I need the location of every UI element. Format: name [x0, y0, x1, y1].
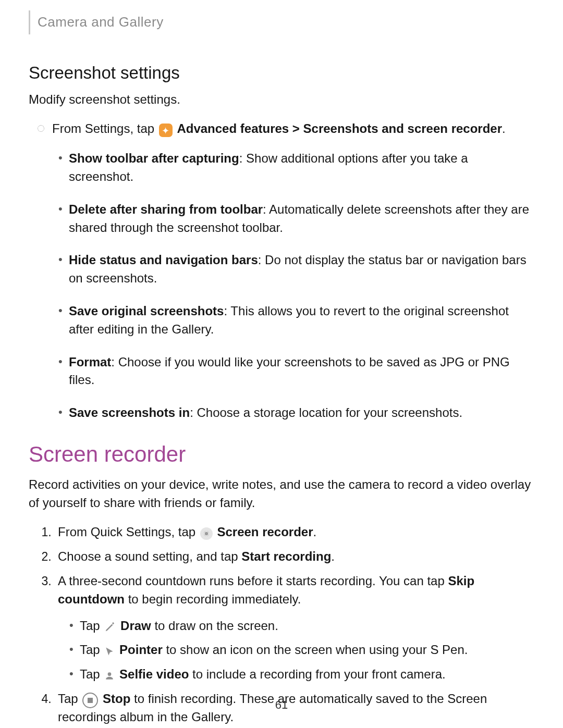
step-text: From Settings, tap — [52, 121, 154, 135]
screen-recorder-lead: Record activities on your device, write … — [29, 476, 534, 512]
step-suffix: . — [502, 121, 506, 135]
screen-recorder-icon — [200, 527, 213, 540]
step-2: Choose a sound setting, and tap Start re… — [55, 548, 534, 566]
page-number: 61 — [0, 697, 563, 713]
step2-prefix: Choose a sound setting, and tap — [58, 549, 241, 563]
step1-prefix: From Quick Settings, tap — [58, 525, 195, 539]
option-show-toolbar: Show toolbar after capturing: Show addit… — [69, 150, 534, 186]
screen-recorder-heading: Screen recorder — [29, 439, 534, 471]
option-format: Format: Choose if you would like your sc… — [69, 353, 534, 390]
substep-label: Selfie video — [119, 667, 189, 681]
step2-bold: Start recording — [241, 549, 331, 563]
substep-pointer: Tap Pointer to show an icon on the scree… — [80, 641, 534, 659]
substep-pre: Tap — [80, 643, 103, 657]
draw-icon — [104, 621, 116, 633]
substep-post: to show an icon on the screen when using… — [163, 643, 468, 657]
screenshot-settings-lead: Modify screenshot settings. — [29, 91, 534, 109]
substep-label: Pointer — [119, 643, 163, 657]
option-label: Hide status and navigation bars — [69, 253, 258, 267]
option-desc: : Choose if you would like your screensh… — [69, 355, 510, 387]
substep-draw: Tap Draw to draw on the screen. — [80, 617, 534, 635]
step2-suffix: . — [331, 549, 335, 563]
option-save-location: Save screenshots in: Choose a storage lo… — [69, 404, 534, 422]
option-desc: : Choose a storage location for your scr… — [190, 405, 462, 419]
option-delete-after-sharing: Delete after sharing from toolbar: Autom… — [69, 201, 534, 237]
from-settings-step: From Settings, tap Advanced features > S… — [52, 120, 534, 422]
substep-pre: Tap — [80, 619, 103, 633]
option-label: Show toolbar after capturing — [69, 151, 239, 165]
step3-suffix: to begin recording immediately. — [125, 592, 301, 606]
advanced-features-icon — [159, 124, 173, 137]
pointer-icon — [104, 646, 115, 657]
step-3: A three-second countdown runs before it … — [55, 572, 534, 684]
option-label: Save original screenshots — [69, 304, 224, 318]
option-label: Format — [69, 355, 111, 369]
substep-label: Draw — [120, 619, 151, 633]
step-bold: Advanced features > Screenshots and scre… — [177, 121, 502, 135]
selfie-video-icon — [104, 670, 115, 682]
substep-post: to include a recording from your front c… — [189, 667, 445, 681]
step-1: From Quick Settings, tap Screen recorder… — [55, 523, 534, 541]
breadcrumb: Camera and Gallery — [29, 10, 534, 34]
substep-pre: Tap — [80, 667, 103, 681]
option-save-original: Save original screenshots: This allows y… — [69, 302, 534, 339]
step1-bold: Screen recorder — [217, 525, 313, 539]
step3-prefix: A three-second countdown runs before it … — [58, 574, 448, 588]
substep-post: to draw on the screen. — [151, 619, 278, 633]
step1-suffix: . — [313, 525, 317, 539]
screenshot-settings-heading: Screenshot settings — [29, 60, 534, 85]
substep-selfie: Tap Selfie video to include a recording … — [80, 665, 534, 684]
option-label: Delete after sharing from toolbar — [69, 202, 263, 216]
option-hide-bars: Hide status and navigation bars: Do not … — [69, 251, 534, 288]
option-label: Save screenshots in — [69, 405, 190, 419]
